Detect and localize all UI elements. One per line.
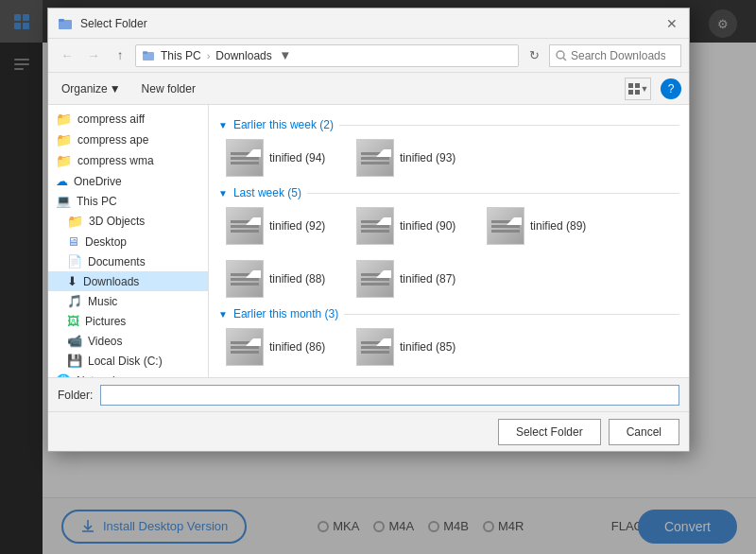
new-folder-button[interactable]: New folder: [136, 78, 201, 99]
file-thumb-93: [356, 139, 394, 177]
up-button[interactable]: ↑: [109, 44, 131, 67]
group-last-week[interactable]: ▼ Last week (5): [218, 186, 679, 199]
file-name-86: tinified (86): [269, 340, 325, 354]
back-button[interactable]: ←: [56, 44, 78, 67]
sidebar-item-downloads[interactable]: ⬇ Downloads: [48, 271, 208, 291]
file-tinified-88[interactable]: tinified (88): [218, 256, 341, 302]
folder-icon: 📁: [56, 153, 72, 168]
folder-label: Folder:: [58, 389, 93, 402]
sidebar-label-compress-aiff: compress aiff: [77, 113, 145, 126]
sidebar-label-compress-wma: compress wma: [77, 154, 154, 167]
search-icon: [556, 50, 567, 61]
address-current[interactable]: Downloads: [215, 49, 271, 62]
sidebar-label-videos: Videos: [88, 335, 122, 348]
address-bar: This PC › Downloads ▼: [135, 44, 519, 67]
sidebar-item-local-disk[interactable]: 💾 Local Disk (C:): [48, 351, 208, 371]
sidebar-item-music[interactable]: 🎵 Music: [48, 291, 208, 311]
file-tinified-93[interactable]: tinified (93): [349, 135, 472, 181]
svg-point-11: [557, 51, 564, 59]
group-label-earlier-this-month: Earlier this month (3): [233, 307, 338, 320]
videos-icon: 📹: [67, 334, 82, 348]
group-chevron-icon-3: ▼: [218, 309, 228, 320]
sidebar-item-compress-aiff[interactable]: 📁 compress aiff: [48, 109, 208, 130]
file-thumb-86: [226, 328, 264, 366]
sidebar-item-documents[interactable]: 📄 Documents: [48, 251, 208, 271]
select-folder-dialog: Select Folder ✕ ← → ↑ This PC › Download…: [47, 8, 690, 452]
sidebar-item-this-pc[interactable]: 💻 This PC: [48, 191, 208, 211]
file-name-89: tinified (89): [530, 219, 586, 233]
select-folder-button[interactable]: Select Folder: [498, 419, 601, 445]
folder-tree-sidebar: 📁 compress aiff 📁 compress ape 📁 compres…: [48, 105, 209, 377]
address-this-pc[interactable]: This PC: [161, 49, 201, 62]
sidebar-label-music: Music: [88, 295, 117, 308]
computer-icon: 💻: [56, 194, 71, 208]
svg-rect-13: [628, 83, 633, 88]
file-tinified-92[interactable]: tinified (92): [218, 203, 341, 249]
file-name-90: tinified (90): [400, 219, 455, 233]
file-tinified-86[interactable]: tinified (86): [218, 324, 341, 370]
sidebar-item-onedrive[interactable]: ☁ OneDrive: [48, 171, 208, 191]
file-name-88: tinified (88): [269, 272, 325, 286]
downloads-icon: ⬇: [67, 274, 77, 288]
search-input[interactable]: [571, 49, 665, 62]
desktop-icon: 🖥: [67, 234, 79, 249]
forward-button[interactable]: →: [82, 44, 105, 67]
sidebar-label-3d-objects: 3D Objects: [89, 215, 145, 228]
organize-button[interactable]: Organize ▼: [56, 78, 127, 99]
command-bar: Organize ▼ New folder ▼ ?: [48, 73, 689, 105]
close-button[interactable]: ✕: [664, 16, 679, 31]
cancel-button[interactable]: Cancel: [609, 419, 679, 445]
file-tinified-85[interactable]: tinified (85): [349, 324, 472, 370]
dialog-title: Select Folder: [80, 17, 657, 30]
group-label-last-week: Last week (5): [233, 186, 301, 199]
dialog-titlebar: Select Folder ✕: [48, 9, 689, 39]
help-button[interactable]: ?: [661, 78, 681, 99]
group-line-2: [307, 193, 679, 194]
group-line: [339, 125, 679, 126]
group-line-3: [344, 314, 679, 315]
sidebar-label-local-disk: Local Disk (C:): [88, 355, 163, 368]
sidebar-item-compress-ape[interactable]: 📁 compress ape: [48, 130, 208, 150]
group-earlier-this-month[interactable]: ▼ Earlier this month (3): [218, 307, 679, 320]
sidebar-item-compress-wma[interactable]: 📁 compress wma: [48, 150, 208, 171]
sidebar-label-this-pc: This PC: [77, 195, 117, 208]
sidebar-item-pictures[interactable]: 🖼 Pictures: [48, 311, 208, 331]
documents-icon: 📄: [67, 254, 82, 268]
sidebar-item-3d-objects[interactable]: 📁 3D Objects: [48, 211, 208, 232]
view-button[interactable]: ▼: [625, 78, 651, 100]
sidebar-label-documents: Documents: [88, 255, 146, 268]
group-label-earlier-this-week: Earlier this week (2): [233, 118, 334, 131]
file-thumb-90: [356, 207, 394, 245]
group-earlier-this-week[interactable]: ▼ Earlier this week (2): [218, 118, 679, 131]
file-tinified-87[interactable]: tinified (87): [349, 256, 472, 302]
nav-toolbar: ← → ↑ This PC › Downloads ▼ ↻: [48, 39, 689, 73]
buttons-bar: Select Folder Cancel: [48, 411, 689, 451]
files-grid-last-week: tinified (92) tinified (90): [218, 203, 679, 302]
file-tinified-90[interactable]: tinified (90): [349, 203, 472, 249]
pictures-icon: 🖼: [67, 314, 79, 328]
view-icon: [627, 82, 641, 95]
sidebar-label-desktop: Desktop: [85, 235, 127, 249]
svg-line-12: [563, 58, 566, 61]
group-chevron-icon-2: ▼: [218, 188, 228, 199]
files-grid-earlier-this-week: tinified (94) tinified (93): [218, 135, 679, 181]
sidebar-item-network[interactable]: 🌐 Network: [48, 371, 208, 377]
sidebar-item-desktop[interactable]: 🖥 Desktop: [48, 232, 208, 251]
sidebar-label-downloads: Downloads: [83, 275, 139, 288]
file-tinified-94[interactable]: tinified (94): [218, 135, 341, 181]
svg-rect-16: [635, 90, 640, 95]
file-thumb-92: [226, 207, 264, 245]
sidebar-item-videos[interactable]: 📹 Videos: [48, 331, 208, 351]
organize-chevron-icon: ▼: [110, 82, 121, 95]
address-dropdown-button[interactable]: ▼: [278, 44, 293, 67]
file-thumb-89: [487, 207, 524, 245]
search-box[interactable]: [549, 44, 681, 67]
svg-rect-8: [59, 19, 64, 22]
folder-input[interactable]: [100, 385, 679, 406]
cloud-icon: ☁: [56, 174, 68, 188]
file-tinified-89[interactable]: tinified (89): [479, 203, 602, 249]
refresh-button[interactable]: ↻: [523, 44, 545, 67]
address-folder-icon: [142, 49, 155, 62]
folder-icon: 📁: [56, 132, 72, 147]
view-chevron-icon: ▼: [641, 84, 649, 94]
